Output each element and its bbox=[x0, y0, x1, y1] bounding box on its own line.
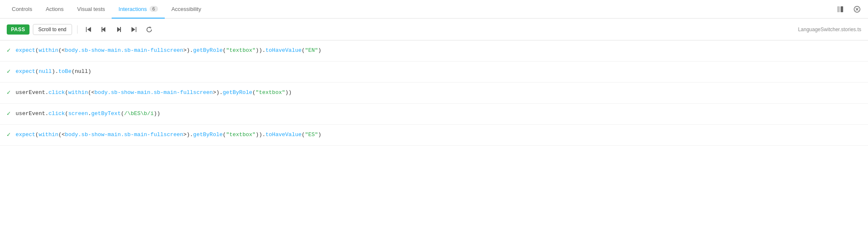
interaction-item: ✓ userEvent.click(within(<body.sb-show-m… bbox=[0, 83, 868, 104]
svg-marker-6 bbox=[87, 27, 91, 32]
filename-label: LanguageSwitcher.stories.ts bbox=[798, 27, 861, 32]
step-back-button[interactable] bbox=[98, 24, 110, 35]
interaction-item: ✓ expect(within(<body.sb-show-main.sb-ma… bbox=[0, 125, 868, 146]
tab-accessibility[interactable]: Accessibility bbox=[165, 0, 208, 19]
check-icon: ✓ bbox=[7, 131, 11, 139]
close-button[interactable] bbox=[851, 3, 863, 15]
reload-button[interactable] bbox=[143, 24, 155, 35]
pass-badge: PASS bbox=[7, 24, 29, 35]
check-icon: ✓ bbox=[7, 110, 11, 118]
check-icon: ✓ bbox=[7, 88, 11, 97]
svg-marker-5 bbox=[86, 27, 87, 32]
interaction-item: ✓ userEvent.click(screen.getByText(/\bES… bbox=[0, 104, 868, 125]
scroll-to-end-button[interactable]: Scroll to end bbox=[33, 24, 72, 35]
interaction-list: ✓ expect(within(<body.sb-show-main.sb-ma… bbox=[0, 40, 868, 146]
code-line: expect(within(<body.sb-show-main.sb-main… bbox=[16, 131, 321, 139]
tab-interactions[interactable]: Interactions 6 bbox=[112, 0, 164, 19]
step-forward-button[interactable] bbox=[113, 24, 125, 35]
skip-to-end-button[interactable] bbox=[128, 24, 140, 35]
tab-controls[interactable]: Controls bbox=[5, 0, 39, 19]
svg-rect-1 bbox=[841, 6, 843, 12]
toolbar-divider bbox=[77, 25, 78, 34]
interaction-item: ✓ expect(within(<body.sb-show-main.sb-ma… bbox=[0, 40, 868, 62]
tab-bar-actions bbox=[834, 3, 863, 15]
check-icon: ✓ bbox=[7, 67, 11, 76]
svg-rect-8 bbox=[102, 27, 102, 32]
svg-rect-10 bbox=[120, 27, 121, 32]
tab-actions[interactable]: Actions bbox=[39, 0, 70, 19]
svg-marker-7 bbox=[102, 27, 105, 32]
svg-marker-11 bbox=[131, 27, 135, 32]
svg-rect-12 bbox=[136, 27, 137, 32]
svg-rect-0 bbox=[837, 6, 840, 12]
interactions-badge: 6 bbox=[150, 6, 158, 12]
code-line: expect(within(<body.sb-show-main.sb-main… bbox=[16, 47, 321, 54]
svg-marker-9 bbox=[117, 27, 121, 32]
code-line: expect(null).toBe(null) bbox=[16, 68, 91, 75]
tab-bar: Controls Actions Visual tests Interactio… bbox=[0, 0, 868, 19]
check-icon: ✓ bbox=[7, 46, 11, 55]
skip-to-start-button[interactable] bbox=[83, 24, 94, 35]
interaction-item: ✓ expect(null).toBe(null) bbox=[0, 62, 868, 83]
code-line: userEvent.click(screen.getByText(/\bES\b… bbox=[16, 110, 160, 118]
split-view-button[interactable] bbox=[834, 3, 846, 15]
code-line: userEvent.click(within(<body.sb-show-mai… bbox=[16, 89, 292, 97]
toolbar: PASS Scroll to end LanguageSwitcher.s bbox=[0, 19, 868, 40]
tab-visual-tests[interactable]: Visual tests bbox=[70, 0, 112, 19]
